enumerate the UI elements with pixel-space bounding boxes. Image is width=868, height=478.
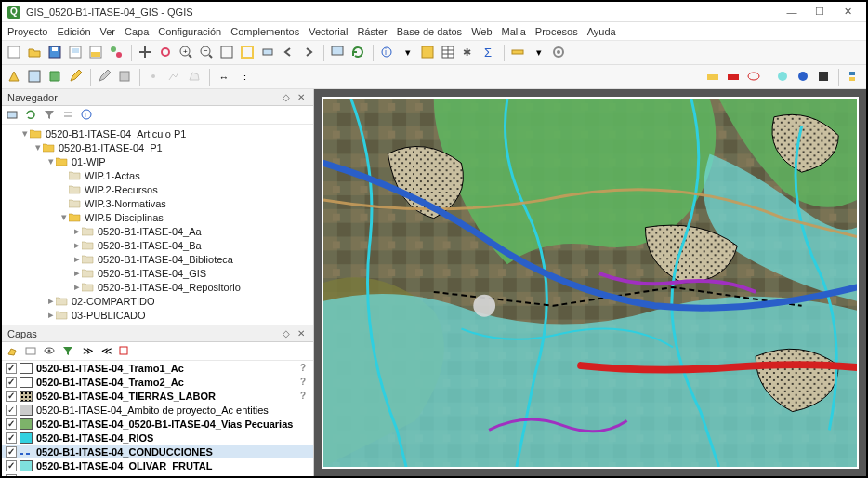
browser-tree[interactable]: ▾0520-B1-ITASE-04_Articulo P1▾0520-B1-IT… xyxy=(2,125,313,325)
zoom-last-icon[interactable] xyxy=(280,44,298,62)
panel-undock-icon[interactable]: ◇ xyxy=(280,327,293,340)
identify-icon[interactable]: i xyxy=(378,44,397,62)
remove-layer-icon[interactable] xyxy=(117,344,132,359)
layer-checkbox[interactable]: ✓ xyxy=(6,363,17,374)
browser-item[interactable]: ▸0520-B1-ITASE-04_Repositorio xyxy=(2,280,313,294)
minimize-button[interactable]: — xyxy=(779,4,805,20)
collapse-all-layers-icon[interactable]: ≪ xyxy=(99,344,113,359)
new-shapefile-icon[interactable] xyxy=(46,68,65,86)
edit-icon[interactable] xyxy=(67,68,85,86)
style-manager-icon[interactable] xyxy=(108,44,126,62)
filter-legend-icon[interactable] xyxy=(61,344,76,359)
browser-item[interactable]: ▸0520-B1-ITASE-04_GIS xyxy=(2,266,313,280)
browser-item[interactable]: WIP.2-Recursos xyxy=(2,182,313,196)
filter-browser-icon[interactable] xyxy=(43,108,58,123)
expand-all-icon[interactable]: ≫ xyxy=(80,344,95,359)
layer-style-icon[interactable] xyxy=(6,344,20,359)
panel-undock-icon[interactable]: ◇ xyxy=(280,91,293,104)
zoom-out-icon[interactable]: − xyxy=(198,44,217,62)
browser-item[interactable]: ▸03-PUBLICADO xyxy=(2,308,313,322)
menu-malla[interactable]: Malla xyxy=(502,26,526,37)
python-console-icon[interactable] xyxy=(844,68,862,86)
layer-checkbox[interactable]: ✓ xyxy=(6,377,17,388)
add-vector-icon[interactable] xyxy=(6,68,24,86)
refresh-icon[interactable] xyxy=(349,44,368,62)
browser-item[interactable]: ▸0520-B1-ITASE-04_Biblioteca xyxy=(2,252,313,266)
zoom-selection-icon[interactable] xyxy=(239,44,257,62)
pan-icon[interactable] xyxy=(137,44,155,62)
menu-base-de-datos[interactable]: Base de datos xyxy=(397,26,462,37)
browser-item[interactable]: ▸0520-B1-ITASE-04_Aa xyxy=(2,224,313,238)
plugin-icon-3[interactable] xyxy=(745,68,764,86)
menu-edición[interactable]: Edición xyxy=(57,26,90,37)
digitize-line-icon[interactable] xyxy=(165,68,184,86)
pan-to-selection-icon[interactable] xyxy=(157,44,176,62)
new-project-icon[interactable] xyxy=(6,44,24,62)
close-button[interactable]: ✕ xyxy=(835,4,861,20)
digitize-poly-icon[interactable] xyxy=(186,68,204,86)
layer-checkbox[interactable]: ✓ xyxy=(6,391,17,402)
new-layout-icon[interactable] xyxy=(67,44,85,62)
plugin-icon-6[interactable] xyxy=(815,68,834,86)
layer-item[interactable]: ✓0520-B1-ITASE-04_CONDUCCIONES xyxy=(2,445,313,458)
layer-item[interactable]: ✓0520-B1-ITASE-04_0520-B1-ITASE-04_Vias … xyxy=(2,417,313,431)
digitize-icon[interactable] xyxy=(145,68,164,86)
layer-item[interactable]: ✓0520-B1-ITASE-04_Tramo1_Ac? xyxy=(2,361,313,375)
layer-item[interactable]: ✓0520-B1-ITASE-04_RED_CARRETERAS xyxy=(2,472,313,476)
manage-visibility-icon[interactable] xyxy=(43,344,58,359)
open-project-icon[interactable] xyxy=(26,44,45,62)
field-calc-icon[interactable]: ✱ xyxy=(460,44,479,62)
browser-item[interactable]: WIP.3-Normativas xyxy=(2,196,313,210)
layer-item[interactable]: ✓0520-B1-ITASE-04_Ambito de proyecto_Ac … xyxy=(2,403,313,417)
move-feature-icon[interactable]: ↔ xyxy=(215,68,233,86)
select-icon[interactable]: ▾ xyxy=(399,44,417,62)
save-edits-icon[interactable] xyxy=(116,68,135,86)
layer-checkbox[interactable]: ✓ xyxy=(6,446,17,458)
add-group-icon[interactable] xyxy=(24,344,39,359)
browser-item[interactable]: ▾0520-B1-ITASE-04_P1 xyxy=(2,140,313,154)
plugin-icon-1[interactable] xyxy=(704,68,723,86)
layer-checkbox[interactable]: ✓ xyxy=(6,460,17,471)
plugin-icon-5[interactable] xyxy=(795,68,813,86)
attribute-table-icon[interactable] xyxy=(440,44,458,62)
browser-item[interactable]: ▾WIP.5-Disciplinas xyxy=(2,210,313,224)
browser-item[interactable]: ▸0520-B1-ITASE-04_Ba xyxy=(2,238,313,252)
stats-icon[interactable]: Σ xyxy=(480,44,499,62)
browser-item[interactable]: ▾0520-B1-ITASE-04_Articulo P1 xyxy=(2,126,313,140)
layer-item[interactable]: ✓0520-B1-ITASE-04_OLIVAR_FRUTAL xyxy=(2,458,313,472)
toggle-editing-icon[interactable] xyxy=(96,68,114,86)
menu-ver[interactable]: Ver xyxy=(100,26,116,37)
layer-info-icon[interactable]: ? xyxy=(300,391,309,401)
layer-item[interactable]: ✓0520-B1-ITASE-04_Tramo2_Ac? xyxy=(2,375,313,389)
menu-procesos[interactable]: Procesos xyxy=(535,26,578,37)
browser-item[interactable]: ▸02-COMPARTIDO xyxy=(2,294,313,308)
layer-info-icon[interactable]: ? xyxy=(300,363,309,373)
browser-item[interactable]: ▾01-WIP xyxy=(2,154,313,168)
zoom-layer-icon[interactable] xyxy=(259,44,278,62)
bookmark-icon[interactable]: ▾ xyxy=(530,44,548,62)
add-layer-icon[interactable] xyxy=(6,108,20,123)
menu-vectorial[interactable]: Vectorial xyxy=(309,26,348,37)
toolbox-icon[interactable] xyxy=(550,44,569,62)
layer-item[interactable]: ✓0520-B1-ITASE-04_RIOS xyxy=(2,431,313,445)
properties-icon[interactable]: i xyxy=(80,108,95,123)
menu-ayuda[interactable]: Ayuda xyxy=(587,26,616,37)
new-map-view-icon[interactable] xyxy=(329,44,348,62)
plugin-icon-2[interactable] xyxy=(725,68,743,86)
refresh-browser-icon[interactable] xyxy=(24,108,39,123)
layout-manager-icon[interactable] xyxy=(87,44,106,62)
menu-capa[interactable]: Capa xyxy=(125,26,149,37)
menu-web[interactable]: Web xyxy=(471,26,492,37)
collapse-all-icon[interactable] xyxy=(61,108,76,123)
menu-complementos[interactable]: Complementos xyxy=(230,26,299,37)
layer-checkbox[interactable]: ✓ xyxy=(6,405,17,416)
deselect-icon[interactable] xyxy=(419,44,438,62)
save-project-icon[interactable] xyxy=(46,44,65,62)
layer-checkbox[interactable]: ✓ xyxy=(6,432,17,444)
layer-checkbox[interactable]: ✓ xyxy=(6,418,17,430)
plugin-icon-4[interactable] xyxy=(774,68,793,86)
zoom-next-icon[interactable] xyxy=(300,44,319,62)
browser-item[interactable]: WIP.1-Actas xyxy=(2,168,313,182)
layer-info-icon[interactable]: ? xyxy=(300,377,309,387)
map-canvas[interactable] xyxy=(322,97,859,469)
